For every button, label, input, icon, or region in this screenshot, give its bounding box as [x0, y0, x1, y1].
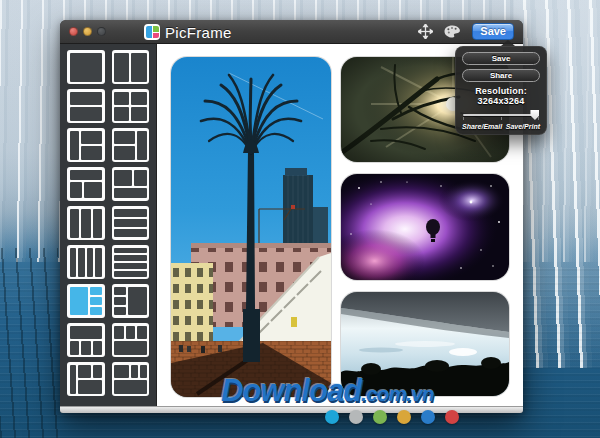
layout-grid [60, 44, 157, 406]
slider-tick [463, 117, 464, 120]
picframe-window: PicFrame Save [60, 20, 523, 413]
brand-dot [445, 410, 459, 424]
dropdown-share-button[interactable]: Share [462, 69, 540, 82]
slider-labels: Share/Email Save/Print [462, 123, 540, 130]
traffic-lights [60, 27, 106, 36]
resolution-label: Resolution: 3264x3264 [462, 86, 540, 106]
watermark-main-text: Download [221, 373, 361, 408]
palette-icon[interactable] [444, 25, 461, 38]
layout-thumb-four-columns[interactable] [67, 245, 105, 279]
layout-thumb-single[interactable] [67, 50, 105, 84]
layout-thumb-top-row-bottom-two[interactable] [67, 167, 105, 201]
layout-thumb-top-two-bottom-row[interactable] [112, 167, 150, 201]
slider-tick [501, 117, 502, 120]
layout-thumb-four-rows[interactable] [112, 245, 150, 279]
layout-thumb-two-rows[interactable] [67, 89, 105, 123]
layout-thumb-top-three-bottom-row[interactable] [112, 323, 150, 357]
app-title: PicFrame [165, 24, 232, 41]
toolbar: Save [418, 23, 523, 40]
close-button[interactable] [69, 27, 78, 36]
dropdown-save-button[interactable]: Save [462, 52, 540, 65]
save-dropdown-panel: Save Share Resolution: 3264x3264 Share/E… [455, 46, 547, 135]
resolution-slider[interactable] [463, 110, 539, 120]
minimize-button[interactable] [83, 27, 92, 36]
share-email-label: Share/Email [462, 123, 502, 130]
layout-thumb-big-left-three-right[interactable] [67, 284, 105, 318]
slider-tick [538, 117, 539, 120]
picframe-logo-icon [144, 24, 160, 40]
layout-thumb-top-row-bottom-three[interactable] [67, 323, 105, 357]
watermark-suffix-text: .com.vn [361, 382, 433, 405]
layout-thumb-left-col-right-two-rows[interactable] [67, 128, 105, 162]
zoom-button[interactable] [97, 27, 106, 36]
layout-thumb-three-rows[interactable] [112, 206, 150, 240]
layout-thumb-top-left-two-small-bottom[interactable] [112, 362, 150, 396]
layout-thumb-three-columns[interactable] [67, 206, 105, 240]
photo-purple-nebula[interactable] [341, 174, 509, 280]
layout-thumb-left-two-rows-right-col[interactable] [112, 128, 150, 162]
watermark-dots [325, 410, 459, 424]
brand-dot [397, 410, 411, 424]
app-body: Download.com.vn [60, 44, 523, 406]
move-icon[interactable] [418, 24, 433, 39]
brand-dot [349, 410, 363, 424]
brand-dot [325, 410, 339, 424]
slider-track[interactable] [463, 114, 539, 116]
layout-thumb-two-columns[interactable] [112, 50, 150, 84]
wallpaper-reeds [0, 248, 58, 438]
download-watermark: Download.com.vn [221, 373, 433, 409]
layout-thumb-grid-2x2[interactable] [112, 89, 150, 123]
app-logo: PicFrame [144, 20, 232, 44]
layout-thumb-three-left-big-right[interactable] [112, 284, 150, 318]
save-button[interactable]: Save [472, 23, 514, 40]
brand-dot [421, 410, 435, 424]
titlebar[interactable]: PicFrame Save [60, 20, 523, 44]
save-print-label: Save/Print [506, 123, 540, 130]
brand-dot [373, 410, 387, 424]
layout-thumb-left-col-two-top-bottom[interactable] [67, 362, 105, 396]
photo-city-sculpture[interactable] [171, 57, 331, 397]
